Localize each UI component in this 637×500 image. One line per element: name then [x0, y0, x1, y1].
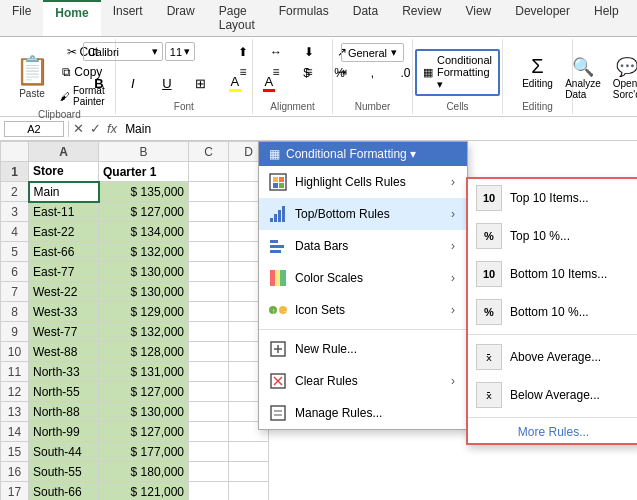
tab-home[interactable]: Home [43, 0, 100, 36]
menu-item-clearrules[interactable]: Clear Rules › [259, 365, 467, 397]
row-header-12[interactable]: 12 [1, 382, 29, 402]
cell-c13[interactable] [189, 402, 229, 422]
row-header-15[interactable]: 15 [1, 442, 29, 462]
cell-c16[interactable] [189, 462, 229, 482]
cell-a12[interactable]: North-55 [29, 382, 99, 402]
cell-c3[interactable] [189, 202, 229, 222]
cell-b13[interactable]: $ 130,000 [99, 402, 189, 422]
menu-item-managerules[interactable]: Manage Rules... [259, 397, 467, 429]
row-header-7[interactable]: 7 [1, 282, 29, 302]
cell-b17[interactable]: $ 121,000 [99, 482, 189, 501]
cell-c11[interactable] [189, 362, 229, 382]
cell-b14[interactable]: $ 127,000 [99, 422, 189, 442]
tab-file[interactable]: File [0, 0, 43, 36]
row-header-10[interactable]: 10 [1, 342, 29, 362]
cell-b9[interactable]: $ 132,000 [99, 322, 189, 342]
cell-c10[interactable] [189, 342, 229, 362]
menu-item-iconsets[interactable]: ↑→ Icon Sets › [259, 294, 467, 326]
more-rules-link[interactable]: More Rules... [518, 425, 589, 439]
cell-a11[interactable]: North-33 [29, 362, 99, 382]
tab-view[interactable]: View [453, 0, 503, 36]
conditional-formatting-button[interactable]: ▦ Conditional Formatting ▾ [415, 49, 500, 96]
analyze-data-button[interactable]: 🔍 AnalyzeData [561, 54, 605, 102]
cell-a16[interactable]: South-55 [29, 462, 99, 482]
tab-draw[interactable]: Draw [155, 0, 207, 36]
cell-c1[interactable] [189, 162, 229, 182]
cell-b15[interactable]: $ 177,000 [99, 442, 189, 462]
cell-a14[interactable]: North-99 [29, 422, 99, 442]
menu-item-newrule[interactable]: New Rule... [259, 333, 467, 365]
topbottom-submenu[interactable]: 10 Top 10 Items... % Top 10 %... 10 Bott… [466, 177, 637, 445]
align-left-button[interactable]: ≡ [227, 63, 259, 81]
submenu-aboveavg[interactable]: x̄ Above Average... [468, 338, 637, 376]
cell-b3[interactable]: $ 127,000 [99, 202, 189, 222]
cell-a3[interactable]: East-11 [29, 202, 99, 222]
tab-analyze[interactable]: Analy... [631, 0, 637, 36]
cell-b5[interactable]: $ 132,000 [99, 242, 189, 262]
row-header-8[interactable]: 8 [1, 302, 29, 322]
editing-button[interactable]: Σ Editing [518, 53, 557, 91]
comma-button[interactable]: , [357, 64, 389, 82]
cell-a8[interactable]: West-33 [29, 302, 99, 322]
menu-item-highlight[interactable]: Highlight Cells Rules › [259, 166, 467, 198]
cell-b10[interactable]: $ 128,000 [99, 342, 189, 362]
paste-button[interactable]: 📋 Paste [10, 52, 54, 101]
cell-b12[interactable]: $ 127,000 [99, 382, 189, 402]
cell-b11[interactable]: $ 131,000 [99, 362, 189, 382]
menu-item-topbottom[interactable]: Top/Bottom Rules › [259, 198, 467, 230]
row-header-14[interactable]: 14 [1, 422, 29, 442]
cell-a6[interactable]: East-77 [29, 262, 99, 282]
cell-b16[interactable]: $ 180,000 [99, 462, 189, 482]
percent-button[interactable]: % [324, 64, 356, 82]
row-header-17[interactable]: 17 [1, 482, 29, 501]
col-header-c[interactable]: C [189, 142, 229, 162]
row-header-1[interactable]: 1 [1, 162, 29, 182]
function-icon[interactable]: fx [107, 121, 117, 136]
tab-formulas[interactable]: Formulas [267, 0, 341, 36]
tab-pagelayout[interactable]: Page Layout [207, 0, 267, 36]
col-header-a[interactable]: A [29, 142, 99, 162]
confirm-icon[interactable]: ✓ [90, 121, 101, 136]
submenu-top10pct[interactable]: % Top 10 %... [468, 217, 637, 255]
cell-c6[interactable] [189, 262, 229, 282]
submenu-belowavg[interactable]: x̄ Below Average... [468, 376, 637, 414]
cell-b8[interactable]: $ 129,000 [99, 302, 189, 322]
cancel-icon[interactable]: ✕ [73, 121, 84, 136]
align-center-button[interactable]: ≡ [260, 63, 292, 81]
cell-c17[interactable] [189, 482, 229, 501]
conditional-formatting-menu[interactable]: ▦ Conditional Formatting ▾ Highlight Cel… [258, 141, 468, 430]
cell-a7[interactable]: West-22 [29, 282, 99, 302]
row-header-3[interactable]: 3 [1, 202, 29, 222]
cell-d16[interactable] [229, 462, 269, 482]
menu-item-databars[interactable]: Data Bars › [259, 230, 467, 262]
tab-review[interactable]: Review [390, 0, 453, 36]
submenu-top10items[interactable]: 10 Top 10 Items... [468, 179, 637, 217]
tab-insert[interactable]: Insert [101, 0, 155, 36]
tab-help[interactable]: Help [582, 0, 631, 36]
italic-button[interactable]: I [117, 74, 149, 93]
font-name-button[interactable]: Calibri▾ [83, 42, 163, 61]
cell-c7[interactable] [189, 282, 229, 302]
border-button[interactable]: ⊞ [185, 74, 217, 93]
cell-b2[interactable]: $ 135,000 [99, 182, 189, 202]
underline-button[interactable]: U [151, 74, 183, 93]
cell-a9[interactable]: West-77 [29, 322, 99, 342]
cell-c9[interactable] [189, 322, 229, 342]
cell-c15[interactable] [189, 442, 229, 462]
cell-d17[interactable] [229, 482, 269, 501]
row-header-5[interactable]: 5 [1, 242, 29, 262]
row-header-6[interactable]: 6 [1, 262, 29, 282]
cf-menu-header[interactable]: ▦ Conditional Formatting ▾ [259, 142, 467, 166]
cell-a2[interactable]: Main [29, 182, 99, 202]
cell-a1[interactable]: Store [29, 162, 99, 182]
row-header-16[interactable]: 16 [1, 462, 29, 482]
tab-data[interactable]: Data [341, 0, 390, 36]
col-header-b[interactable]: B [99, 142, 189, 162]
submenu-bottom10items[interactable]: 10 Bottom 10 Items... [468, 255, 637, 293]
cell-a10[interactable]: West-88 [29, 342, 99, 362]
currency-button[interactable]: $ [291, 64, 323, 82]
row-header-2[interactable]: 2 [1, 182, 29, 202]
open-source-button[interactable]: 💬 OpenSorc'd [609, 54, 637, 102]
cell-a5[interactable]: East-66 [29, 242, 99, 262]
row-header-11[interactable]: 11 [1, 362, 29, 382]
